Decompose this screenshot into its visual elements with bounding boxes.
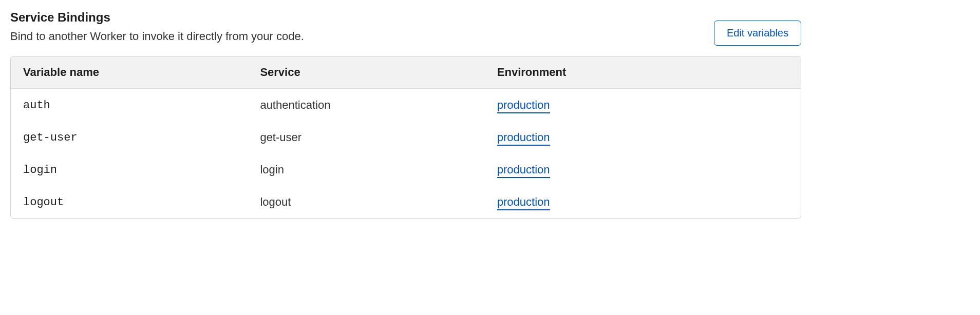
variable-name-cell: get-user xyxy=(11,121,248,153)
variable-name-value: get-user xyxy=(23,131,78,144)
section-description: Bind to another Worker to invoke it dire… xyxy=(10,30,714,43)
table-row: auth authentication production xyxy=(11,89,801,122)
environment-link[interactable]: production xyxy=(497,131,550,146)
variable-name-cell: logout xyxy=(11,186,248,218)
section-header-text: Service Bindings Bind to another Worker … xyxy=(10,10,714,43)
environment-cell: production xyxy=(485,186,801,218)
variable-name-cell: auth xyxy=(11,89,248,122)
table-row: logout logout production xyxy=(11,186,801,218)
service-cell: get-user xyxy=(248,121,484,153)
table-row: get-user get-user production xyxy=(11,121,801,153)
section-header: Service Bindings Bind to another Worker … xyxy=(10,10,801,46)
column-header-variable-name: Variable name xyxy=(11,56,248,89)
section-title: Service Bindings xyxy=(10,10,714,25)
variable-name-value: logout xyxy=(23,196,64,209)
environment-link[interactable]: production xyxy=(497,163,550,178)
variable-name-cell: login xyxy=(11,153,248,186)
bindings-table: Variable name Service Environment auth a… xyxy=(11,56,801,218)
table-row: login login production xyxy=(11,153,801,186)
column-header-service: Service xyxy=(248,56,484,89)
environment-cell: production xyxy=(485,153,801,186)
environment-cell: production xyxy=(485,89,801,122)
variable-name-value: auth xyxy=(23,99,50,112)
table-header-row: Variable name Service Environment xyxy=(11,56,801,89)
service-cell: logout xyxy=(248,186,484,218)
environment-cell: production xyxy=(485,121,801,153)
bindings-table-wrapper: Variable name Service Environment auth a… xyxy=(10,56,801,219)
service-cell: login xyxy=(248,153,484,186)
environment-link[interactable]: production xyxy=(497,99,550,113)
service-bindings-section: Service Bindings Bind to another Worker … xyxy=(10,10,801,219)
environment-link[interactable]: production xyxy=(497,195,550,210)
edit-variables-button[interactable]: Edit variables xyxy=(714,21,801,46)
variable-name-value: login xyxy=(23,164,57,176)
column-header-environment: Environment xyxy=(485,56,801,89)
service-cell: authentication xyxy=(248,89,484,122)
